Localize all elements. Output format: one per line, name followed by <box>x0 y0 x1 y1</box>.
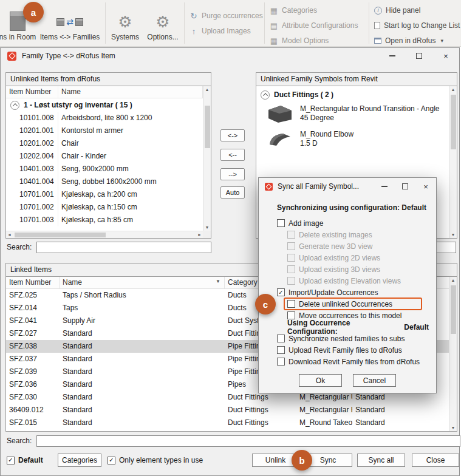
close-icon[interactable]: × <box>432 48 459 64</box>
cancel-button[interactable]: Cancel <box>353 374 396 387</box>
collapse-icon[interactable] <box>10 101 19 110</box>
checkbox[interactable] <box>287 265 295 273</box>
link-left-button[interactable]: <-- <box>220 149 245 161</box>
sync-option-label: Download Revit Family files from dRofus <box>289 358 420 366</box>
sync-option-upload-existing-elevation-views[interactable]: Upload existing Elevation views <box>287 275 429 287</box>
checkbox[interactable]: ✓ <box>277 288 285 296</box>
maximize-icon[interactable] <box>395 178 415 195</box>
family-symbol-name: M_Round Elbow <box>300 130 444 139</box>
scroll-down-icon[interactable]: ▼ <box>449 233 457 237</box>
unlinked-vertical-scrollbar[interactable]: ▲ ▼ <box>203 86 211 231</box>
close-button[interactable]: Close <box>412 454 459 467</box>
unlinked-item-row[interactable]: 10701.003Kjøleskap, ca h:85 cm <box>6 214 203 226</box>
unlinked-item-row[interactable]: 10401.004Seng, dobbel 1600x2000 mm <box>6 175 203 188</box>
scroll-up-icon[interactable]: ▲ <box>449 87 457 92</box>
family-symbol-item[interactable]: M_Round Elbow1.5 D <box>256 127 449 152</box>
checkbox[interactable] <box>287 242 295 250</box>
linked-item-row[interactable]: 36409.012StandardDuct FittingsM_Rectangu… <box>6 404 449 416</box>
minimize-icon[interactable] <box>379 48 406 64</box>
sync-option-upload-revit-family-files-to-drofus[interactable]: Upload Revit Family files to dRofus <box>277 344 429 356</box>
ribbon-systems-button[interactable]: ⚙ Systems <box>109 0 142 45</box>
item-name-cell: Supply Air <box>60 314 225 327</box>
scroll-up-icon[interactable]: ▲ <box>203 87 211 92</box>
ribbon-hide-panel-button[interactable]: i Hide panel <box>374 4 420 16</box>
ribbon-options-button[interactable]: ⚙ Options... <box>144 0 182 45</box>
checkbox[interactable] <box>277 219 285 227</box>
collapse-icon[interactable] <box>261 90 270 100</box>
ok-button[interactable]: Ok <box>299 374 342 387</box>
linked-item-row[interactable]: SFZ.015StandardDuct FittingsM_Round Take… <box>6 416 449 429</box>
sync-option-synchronize-nested-families-to-subs[interactable]: Synchronize nested families to subs <box>277 333 429 344</box>
ribbon-open-in-drofus-button[interactable]: Open in dRofus ▾ <box>374 35 443 47</box>
column-item-number[interactable]: Item Number <box>6 86 58 98</box>
unlinked-item-row[interactable]: 10202.004Chair - Kinder <box>6 150 203 163</box>
sync-all-button[interactable]: Sync all <box>357 454 405 467</box>
unlinked-item-row[interactable]: 10201.001Kontorstol m armer <box>6 124 203 137</box>
unlinked-item-row[interactable]: 10401.003Seng, 900x2000 mm <box>6 163 203 175</box>
sync-option-import-update-occurrences[interactable]: ✓Import/Update Occurrences <box>277 287 429 298</box>
families-group-row[interactable]: Duct Fittings ( 2 ) <box>256 88 449 101</box>
sync-dialog-titlebar[interactable]: Sync all Family Symbol... × <box>259 178 436 195</box>
link-both-button[interactable]: <-> <box>220 129 245 141</box>
column-item-number[interactable]: Item Number <box>6 277 60 288</box>
checkbox[interactable] <box>287 277 295 285</box>
scroll-thumb[interactable] <box>451 95 456 149</box>
sync-option-upload-existing-3d-views[interactable]: Upload existing 3D views <box>287 264 429 275</box>
ribbon-start-log-button[interactable]: Start log to Change List <box>374 19 460 32</box>
scroll-right-icon[interactable]: ► <box>197 233 202 237</box>
sync-option-download-revit-family-files-from-drofus[interactable]: Download Revit Family files from dRofus <box>277 356 429 367</box>
sync-option-add-image[interactable]: Add image <box>277 217 429 229</box>
checkbox[interactable] <box>287 231 295 239</box>
unlinked-families-title: Unlinked Family Symbols from Revit <box>256 73 457 86</box>
minimize-icon[interactable] <box>374 178 395 195</box>
checkbox[interactable]: ✓ <box>108 457 115 464</box>
scroll-down-icon[interactable]: ▼ <box>449 426 457 430</box>
unlinked-item-row[interactable]: 10701.001Kjøleskap, ca h:200 cm <box>6 188 203 201</box>
linked-vertical-scrollbar[interactable]: ▲ ▼ <box>449 277 457 431</box>
linked-search-input[interactable] <box>36 435 460 447</box>
ribbon-model-options-button[interactable]: ▦ Model Options <box>270 35 329 47</box>
unlinked-search-input[interactable] <box>36 242 211 253</box>
scroll-thumb[interactable] <box>205 106 210 148</box>
unlinked-item-row[interactable]: 10701.002Kjøleskap, ca h:150 cm <box>6 201 203 214</box>
duct-transition-icon <box>267 104 293 124</box>
family-symbol-item[interactable]: M_Rectangular to Round Transition - Angl… <box>256 101 449 127</box>
ribbon-purge-occurrences-button[interactable]: ↻ Purge occurrences <box>190 10 263 22</box>
checkbox[interactable]: ✓ <box>7 457 15 464</box>
ribbon-categories-button[interactable]: ▦ Categories <box>270 4 317 16</box>
maximize-icon[interactable] <box>406 48 432 64</box>
default-config-checkbox[interactable]: ✓ Default <box>7 454 43 467</box>
unlinked-item-row[interactable]: 10101.008Arbeidsbord, lite 800 x 1200 <box>6 112 203 124</box>
scroll-down-icon[interactable]: ▼ <box>203 225 211 229</box>
sync-option-upload-existing-2d-views[interactable]: Upload existing 2D views <box>287 252 429 264</box>
column-name[interactable]: Name <box>58 86 203 98</box>
checkbox[interactable] <box>277 346 285 354</box>
unlinked-item-row[interactable]: 10201.002Chair <box>6 137 203 150</box>
scroll-left-icon[interactable]: ◄ <box>7 233 12 237</box>
categories-button[interactable]: Categories <box>58 454 101 467</box>
window-titlebar[interactable]: Family Type <-> dRofus Item × <box>1 48 459 64</box>
scroll-thumb[interactable] <box>451 285 456 334</box>
checkbox[interactable] <box>287 254 295 262</box>
sync-option-label: Upload Revit Family files to dRofus <box>289 346 402 355</box>
close-icon[interactable]: × <box>415 178 436 195</box>
checkbox[interactable] <box>277 335 285 342</box>
families-vertical-scrollbar[interactable]: ▲ ▼ <box>449 86 457 238</box>
link-right-button[interactable]: --> <box>220 168 245 180</box>
checkbox[interactable] <box>287 300 295 308</box>
ribbon-upload-images-button[interactable]: ↑ Upload Images <box>190 25 251 37</box>
ribbon-items-families-button[interactable]: ⇄ Items <-> Families <box>36 0 103 45</box>
sync-option-generate-new-3d-view[interactable]: Generate new 3D view <box>287 240 429 252</box>
column-name[interactable]: Name▼ <box>60 277 225 288</box>
sync-option-delete-unlinked-occurrences[interactable]: Delete unlinked Occurrences <box>284 298 422 310</box>
sync-option-delete-existing-images[interactable]: Delete existing images <box>287 229 429 240</box>
auto-link-button[interactable]: Auto <box>220 186 245 199</box>
unlinked-group-row[interactable]: 1 - Løst utstyr og inventar ( 15 ) <box>6 98 203 112</box>
ribbon-attribute-configurations-button[interactable]: ▤ Attribute Configurations <box>270 19 358 32</box>
checkbox[interactable] <box>277 358 285 365</box>
scroll-up-icon[interactable]: ▲ <box>449 278 457 282</box>
unlinked-horizontal-scrollbar[interactable]: ◄ ► <box>6 231 203 238</box>
scroll-thumb[interactable] <box>15 233 106 237</box>
only-element-types-checkbox[interactable]: ✓ Only element types in use <box>108 454 203 467</box>
sort-icon[interactable]: ▼ <box>216 279 220 284</box>
